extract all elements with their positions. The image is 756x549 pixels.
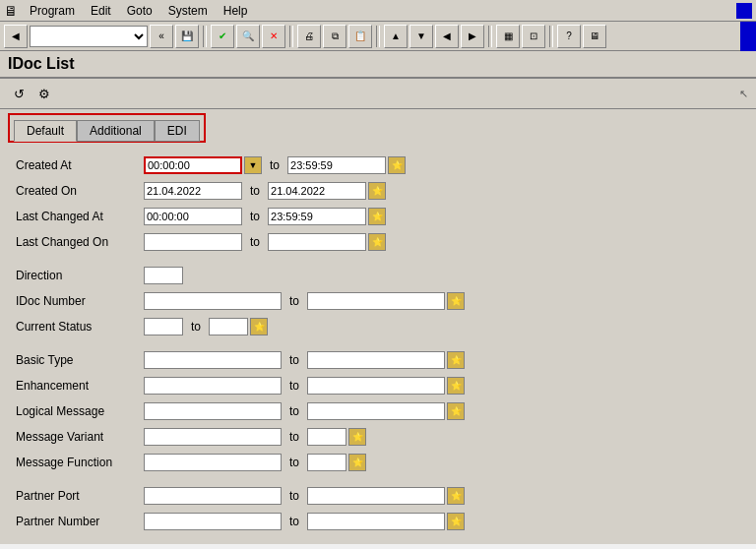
- last-changed-on-browse[interactable]: ⭐: [368, 233, 386, 251]
- help-btn[interactable]: ?: [557, 25, 581, 48]
- last-changed-at-browse[interactable]: ⭐: [368, 208, 386, 225]
- partner-port-from[interactable]: [144, 487, 282, 505]
- last-changed-on-to-label: to: [242, 235, 268, 249]
- basic-type-browse[interactable]: ⭐: [447, 351, 465, 369]
- created-on-browse[interactable]: ⭐: [368, 182, 386, 200]
- message-function-label: Message Function: [16, 456, 144, 469]
- current-status-to[interactable]: [209, 318, 248, 336]
- menu-edit[interactable]: Edit: [83, 2, 119, 20]
- created-on-from[interactable]: [144, 182, 242, 200]
- partner-number-to[interactable]: [307, 513, 445, 530]
- menu-help[interactable]: Help: [216, 2, 256, 20]
- logical-message-label: Logical Message: [16, 404, 144, 418]
- created-at-label: Created At: [16, 158, 144, 172]
- created-at-to[interactable]: [287, 156, 386, 174]
- partner-number-to-label: to: [282, 515, 307, 528]
- current-status-from[interactable]: [144, 318, 183, 336]
- window-btn[interactable]: ⊡: [522, 25, 545, 48]
- nav-up-btn[interactable]: ▲: [384, 25, 408, 48]
- last-changed-at-from[interactable]: [144, 208, 242, 225]
- menubar: 🖥 Program Edit Goto System Help: [0, 0, 756, 22]
- copy-btn[interactable]: ⧉: [323, 25, 346, 48]
- sep3: [376, 26, 380, 47]
- transaction-dropdown[interactable]: [30, 26, 148, 47]
- sep5: [549, 26, 553, 47]
- logical-message-to[interactable]: [307, 402, 445, 420]
- created-at-to-browse[interactable]: ⭐: [388, 156, 406, 174]
- basic-type-from[interactable]: [144, 351, 282, 369]
- last-changed-on-row: Last Changed On to ⭐: [16, 231, 740, 253]
- sep2: [289, 26, 293, 47]
- partner-port-to[interactable]: [307, 487, 445, 505]
- tab-default[interactable]: Default: [14, 120, 77, 142]
- save-btn[interactable]: 💾: [175, 25, 199, 48]
- nav-back-btn[interactable]: «: [150, 25, 173, 48]
- current-status-browse[interactable]: ⭐: [250, 318, 268, 336]
- last-changed-at-to[interactable]: [268, 208, 366, 225]
- nav-prev-btn[interactable]: ◀: [435, 25, 459, 48]
- back-button[interactable]: ◀: [4, 25, 28, 48]
- partner-number-browse[interactable]: ⭐: [447, 513, 465, 530]
- paste-btn[interactable]: 📋: [348, 25, 372, 48]
- sep-3: [16, 477, 740, 485]
- created-at-browse[interactable]: ▼: [244, 156, 262, 174]
- menu-system[interactable]: System: [160, 2, 216, 20]
- message-variant-from[interactable]: [144, 428, 282, 446]
- message-function-browse[interactable]: ⭐: [348, 454, 366, 471]
- direction-from[interactable]: [144, 267, 183, 284]
- nav-next-btn[interactable]: ▶: [461, 25, 484, 48]
- created-on-to[interactable]: [268, 182, 366, 200]
- settings-icon[interactable]: ⚙: [33, 83, 55, 104]
- created-at-to-label: to: [262, 158, 287, 172]
- current-status-row: Current Status to ⭐: [16, 316, 740, 337]
- basic-type-label: Basic Type: [16, 353, 144, 367]
- message-function-to[interactable]: [307, 454, 346, 471]
- last-changed-on-to[interactable]: [268, 233, 366, 251]
- toolbar: ◀ « 💾 ✔ 🔍 ✕ 🖨 ⧉ 📋 ▲ ▼ ◀ ▶ ▦ ⊡ ? 🖥: [0, 22, 756, 51]
- basic-type-to-label: to: [282, 353, 307, 367]
- idoc-number-to[interactable]: [307, 292, 445, 310]
- find-btn[interactable]: 🔍: [236, 25, 260, 48]
- basic-type-to[interactable]: [307, 351, 445, 369]
- idoc-number-from[interactable]: [144, 292, 282, 310]
- main-area: IDoc List ↺ ⚙ ↖ Default Additional EDI C…: [0, 51, 756, 549]
- logical-message-from[interactable]: [144, 402, 282, 420]
- icon-toolbar: ↺ ⚙ ↖: [0, 79, 756, 109]
- execute-btn[interactable]: ✔: [211, 25, 234, 48]
- message-variant-label: Message Variant: [16, 430, 144, 444]
- tab-additional[interactable]: Additional: [77, 120, 155, 142]
- idoc-number-row: IDoc Number to ⭐: [16, 290, 740, 312]
- basic-type-row: Basic Type to ⭐: [16, 349, 740, 371]
- created-at-from[interactable]: [144, 156, 242, 174]
- sep-1: [16, 257, 740, 265]
- enhancement-label: Enhancement: [16, 379, 144, 393]
- enhancement-to[interactable]: [307, 377, 445, 395]
- tab-edi[interactable]: EDI: [155, 120, 200, 142]
- print-btn[interactable]: 🖨: [297, 25, 321, 48]
- stop-btn[interactable]: ✕: [262, 25, 285, 48]
- message-variant-browse[interactable]: ⭐: [348, 428, 366, 446]
- logical-message-browse[interactable]: ⭐: [447, 402, 465, 420]
- partner-number-label: Partner Number: [16, 515, 144, 528]
- sap-brand-icon: [736, 3, 752, 19]
- partner-number-from[interactable]: [144, 513, 282, 530]
- menu-goto[interactable]: Goto: [119, 2, 160, 20]
- refresh-icon[interactable]: ↺: [8, 83, 30, 104]
- last-changed-on-from[interactable]: [144, 233, 242, 251]
- idoc-number-browse[interactable]: ⭐: [447, 292, 465, 310]
- message-variant-to-label: to: [282, 430, 307, 444]
- enhancement-browse[interactable]: ⭐: [447, 377, 465, 395]
- menu-program[interactable]: Program: [22, 2, 83, 20]
- message-function-from[interactable]: [144, 454, 282, 471]
- partner-number-row: Partner Number to ⭐: [16, 511, 740, 532]
- grid-btn[interactable]: ▦: [496, 25, 520, 48]
- message-variant-to[interactable]: [307, 428, 346, 446]
- enhancement-from[interactable]: [144, 377, 282, 395]
- monitor-btn[interactable]: 🖥: [583, 25, 606, 48]
- last-changed-on-label: Last Changed On: [16, 235, 144, 249]
- partner-port-browse[interactable]: ⭐: [447, 487, 465, 505]
- message-variant-row: Message Variant to ⭐: [16, 426, 740, 448]
- partner-port-label: Partner Port: [16, 489, 144, 503]
- message-function-row: Message Function to ⭐: [16, 452, 740, 473]
- nav-down-btn[interactable]: ▼: [410, 25, 433, 48]
